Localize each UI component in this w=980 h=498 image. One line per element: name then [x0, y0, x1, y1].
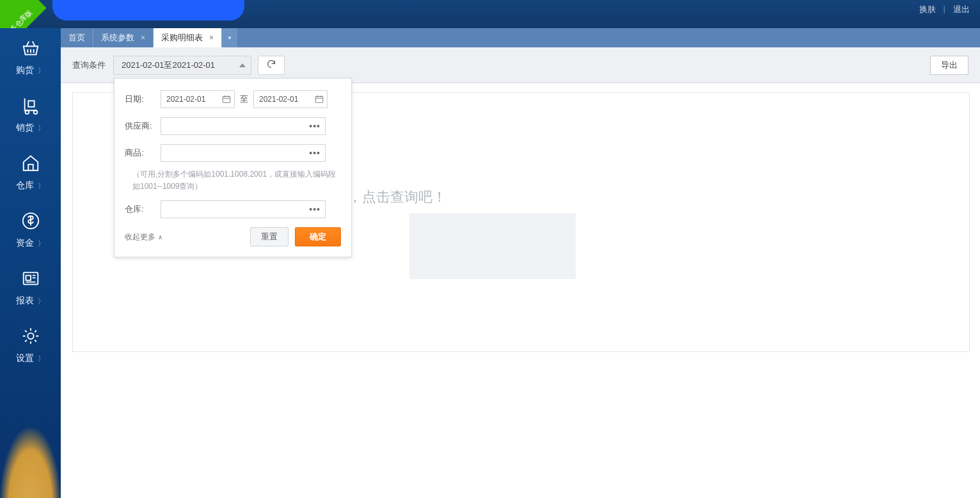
- app-logo: [52, 0, 244, 20]
- sidebar-item-label: 报表: [16, 295, 34, 307]
- date-to-separator: 至: [240, 93, 248, 105]
- sidebar-item-label: 设置: [16, 353, 34, 364]
- sidebar-item-label: 资金: [16, 237, 34, 249]
- logout-link[interactable]: 退出: [953, 4, 970, 15]
- ellipsis-icon[interactable]: •••: [309, 121, 320, 131]
- supplier-label: 供应商:: [125, 120, 161, 132]
- skin-link[interactable]: 换肤: [919, 4, 936, 15]
- caret-up-icon: [239, 63, 246, 67]
- sidebar-item-finance[interactable]: 资金 〉: [0, 201, 61, 259]
- tab-home[interactable]: 首页: [61, 28, 93, 47]
- collapse-label: 收起更多: [125, 232, 155, 243]
- handtruck-icon: [20, 95, 41, 116]
- sidebar-item-sales[interactable]: 销货 〉: [0, 86, 61, 143]
- sidebar-item-purchase[interactable]: 购货 〉: [0, 28, 61, 86]
- supplier-input[interactable]: [161, 117, 326, 135]
- filter-panel: 日期: 至 供应商: ••• 商品: [114, 78, 352, 257]
- warehouse-label: 仓库:: [125, 204, 161, 215]
- sidebar-decoration: [0, 428, 61, 498]
- close-icon[interactable]: ×: [141, 33, 145, 42]
- chevron-up-icon: ∧: [158, 234, 162, 241]
- tab-system-params[interactable]: 系统参数 ×: [93, 28, 154, 47]
- ellipsis-icon[interactable]: •••: [309, 204, 320, 214]
- sidebar-item-label: 购货: [16, 65, 34, 76]
- reset-button[interactable]: 重置: [250, 227, 288, 246]
- tab-strip: 首页 系统参数 × 采购明细表 × ▼: [61, 28, 980, 47]
- chevron-right-icon: 〉: [38, 124, 45, 133]
- date-range-text: 2021-02-01至2021-02-01: [122, 60, 215, 71]
- filter-row-warehouse: 仓库: •••: [125, 200, 341, 218]
- collapse-more-link[interactable]: 收起更多 ∧: [125, 232, 162, 243]
- product-input[interactable]: [161, 144, 326, 162]
- dollar-circle-icon: [20, 211, 41, 231]
- date-range-dropdown[interactable]: 2021-02-01至2021-02-01: [113, 56, 251, 75]
- empty-state-image: [409, 213, 576, 279]
- export-button[interactable]: 导出: [930, 56, 968, 75]
- tab-label: 首页: [68, 32, 85, 44]
- filter-row-product: 商品: •••: [125, 144, 341, 162]
- tab-purchase-detail[interactable]: 采购明细表 ×: [154, 28, 222, 47]
- sidebar-item-label: 销货: [16, 122, 34, 134]
- warehouse-input[interactable]: [161, 200, 326, 218]
- empty-state-text: ，点击查询吧！: [348, 188, 447, 207]
- filter-row-supplier: 供应商: •••: [125, 117, 341, 135]
- svg-point-5: [28, 333, 33, 339]
- svg-rect-2: [28, 101, 34, 107]
- svg-point-0: [25, 111, 29, 115]
- ellipsis-icon[interactable]: •••: [309, 148, 320, 158]
- basket-icon: [20, 38, 41, 58]
- calendar-icon[interactable]: [315, 95, 324, 104]
- chevron-right-icon: 〉: [38, 66, 45, 76]
- sidebar-item-label: 仓库: [16, 180, 34, 191]
- svg-rect-7: [315, 97, 322, 103]
- sidebar-item-warehouse[interactable]: 仓库 〉: [0, 143, 61, 201]
- warehouse-icon: [20, 153, 41, 173]
- refresh-button[interactable]: [258, 56, 285, 75]
- app-header: 多仓库版 换肤 | 退出: [0, 0, 980, 28]
- close-icon[interactable]: ×: [209, 33, 214, 42]
- svg-rect-6: [223, 97, 230, 103]
- header-separator: |: [944, 4, 945, 13]
- chevron-down-icon: ▼: [227, 35, 232, 41]
- product-label: 商品:: [125, 147, 161, 159]
- calendar-icon[interactable]: [222, 95, 231, 104]
- chevron-right-icon: 〉: [38, 181, 45, 191]
- product-hint: （可用,分割多个编码如1001,1008,2001，或直接输入编码段如1001-…: [132, 168, 341, 193]
- svg-point-1: [33, 111, 37, 115]
- query-condition-label: 查询条件: [72, 60, 106, 71]
- chevron-right-icon: 〉: [38, 354, 45, 364]
- chevron-right-icon: 〉: [38, 296, 45, 306]
- chevron-right-icon: 〉: [38, 239, 45, 248]
- sidebar-item-settings[interactable]: 设置 〉: [0, 316, 61, 374]
- date-label: 日期:: [125, 93, 161, 105]
- confirm-button[interactable]: 确定: [295, 227, 341, 246]
- refresh-icon: [266, 59, 276, 71]
- header-links: 换肤 | 退出: [919, 0, 970, 28]
- filter-footer: 收起更多 ∧ 重置 确定: [125, 227, 341, 246]
- tab-add-button[interactable]: ▼: [222, 28, 237, 47]
- sidebar: 购货 〉 销货 〉 仓库 〉 资金 〉: [0, 28, 61, 498]
- tab-label: 系统参数: [101, 32, 134, 44]
- newspaper-icon: [20, 268, 41, 289]
- filter-row-date: 日期: 至: [125, 90, 341, 108]
- gear-icon: [20, 326, 41, 346]
- tab-label: 采购明细表: [161, 32, 203, 44]
- sidebar-item-report[interactable]: 报表 〉: [0, 259, 61, 316]
